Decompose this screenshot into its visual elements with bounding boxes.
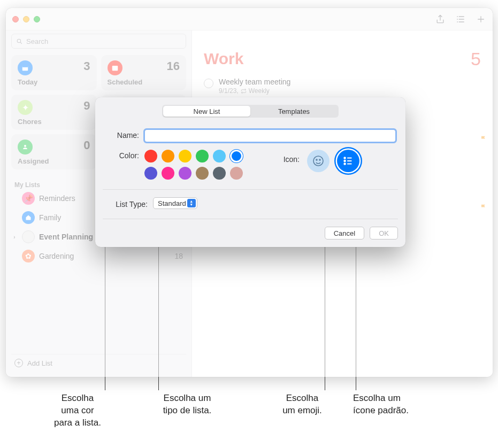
- name-label: Name:: [105, 129, 139, 140]
- tab-new-list[interactable]: New List: [163, 106, 250, 117]
- list-label: Gardening: [39, 252, 74, 260]
- callout-icon: Escolha um ícone padrão.: [353, 392, 460, 417]
- listtype-value: Standard: [158, 199, 186, 207]
- dialog-tabs: New List Templates: [162, 105, 339, 118]
- color-swatch[interactable]: [179, 167, 191, 180]
- house-icon: [22, 211, 35, 224]
- sparkle-icon: ✦: [18, 100, 33, 115]
- ok-button[interactable]: OK: [370, 227, 398, 240]
- svg-point-10: [344, 163, 346, 165]
- svg-point-0: [17, 39, 21, 43]
- list-label: Family: [39, 213, 61, 222]
- scheduled-count: 16: [167, 59, 180, 73]
- titlebar: [6, 8, 493, 30]
- callout-leader: [158, 225, 159, 390]
- color-swatch[interactable]: [230, 150, 243, 163]
- calendar-icon: [18, 60, 33, 75]
- emoji-picker-button[interactable]: [307, 150, 330, 172]
- tab-templates[interactable]: Templates: [250, 106, 338, 117]
- svg-point-4: [24, 145, 26, 147]
- close-window-button[interactable]: [12, 16, 19, 22]
- list-count: 18: [174, 252, 183, 260]
- svg-point-7: [319, 159, 320, 160]
- callout-type: Escolha um tipo de lista.: [134, 392, 241, 417]
- list-title: Work: [204, 50, 481, 68]
- svg-point-5: [313, 156, 323, 166]
- smart-card-chores[interactable]: ✦ 9 Chores: [11, 95, 97, 130]
- search-placeholder: Search: [26, 37, 48, 45]
- default-icon-button[interactable]: [337, 150, 359, 172]
- minimize-window-button[interactable]: [23, 16, 29, 22]
- view-options-icon[interactable]: [455, 14, 466, 25]
- name-input[interactable]: [144, 129, 396, 142]
- list-total-count: 5: [471, 49, 481, 69]
- folder-icon: [22, 230, 35, 243]
- color-swatches: [144, 150, 246, 180]
- svg-point-9: [344, 160, 346, 162]
- reminder-subtitle: 9/1/23, Weekly: [219, 87, 290, 95]
- search-icon: [16, 38, 23, 45]
- smart-card-today[interactable]: 3 Today: [11, 55, 97, 90]
- list-bullet-icon: [342, 155, 354, 167]
- complete-toggle[interactable]: [204, 79, 213, 88]
- add-icon[interactable]: [476, 14, 486, 25]
- color-swatch[interactable]: [196, 167, 209, 180]
- callout-emoji: Escolha um emoji.: [257, 392, 348, 417]
- add-list-button[interactable]: + Add List: [11, 354, 186, 372]
- add-list-label: Add List: [27, 359, 52, 367]
- assigned-label: Assigned: [18, 157, 49, 165]
- color-swatch[interactable]: [230, 167, 243, 180]
- color-swatch[interactable]: [144, 167, 157, 180]
- leaf-icon: ✿: [22, 250, 35, 262]
- smart-card-scheduled[interactable]: 16 Scheduled: [101, 55, 187, 90]
- list-label: Reminders: [39, 194, 75, 203]
- reminder-row[interactable]: Weekly team meeting 9/1/23, Weekly: [204, 78, 481, 95]
- listtype-select[interactable]: Standard ▲▼: [153, 197, 197, 209]
- color-label: Color:: [105, 150, 139, 160]
- chores-count: 9: [83, 99, 90, 113]
- callout-color: Escolha uma cor para a lista.: [32, 392, 123, 429]
- color-swatch[interactable]: [144, 150, 157, 163]
- color-swatch[interactable]: [162, 150, 174, 163]
- assigned-count: 0: [83, 138, 90, 152]
- color-swatch[interactable]: [213, 167, 226, 180]
- svg-rect-3: [112, 66, 118, 71]
- svg-rect-2: [22, 66, 28, 67]
- flag-indicator: [480, 131, 493, 147]
- svg-point-6: [316, 159, 317, 160]
- cancel-button[interactable]: Cancel: [325, 227, 364, 240]
- calendar-icon: [108, 60, 122, 75]
- repeat-icon: [241, 88, 247, 94]
- search-input[interactable]: Search: [11, 34, 186, 49]
- scheduled-label: Scheduled: [108, 78, 143, 86]
- chores-label: Chores: [18, 118, 42, 126]
- reminder-title: Weekly team meeting: [219, 78, 290, 86]
- list-row-gardening[interactable]: ✿ Gardening 18: [11, 246, 186, 266]
- color-swatch[interactable]: [196, 150, 209, 163]
- chevron-right-icon[interactable]: ›: [11, 234, 18, 240]
- window-controls: [12, 16, 40, 22]
- select-arrows-icon: ▲▼: [187, 199, 196, 207]
- new-list-dialog: New List Templates Name: Color: Icon:: [95, 97, 405, 247]
- zoom-window-button[interactable]: [34, 16, 40, 22]
- icon-label: Icon:: [278, 150, 300, 164]
- svg-point-8: [344, 157, 346, 159]
- color-swatch[interactable]: [179, 150, 191, 163]
- plus-icon: +: [14, 359, 23, 367]
- smiley-icon: [312, 155, 325, 167]
- flag-indicator: [480, 199, 493, 215]
- listtype-label: List Type:: [105, 198, 148, 208]
- color-swatch[interactable]: [213, 150, 226, 163]
- today-label: Today: [18, 78, 37, 86]
- list-label: Event Planning: [39, 233, 93, 241]
- pin-icon: 📌: [22, 192, 35, 205]
- smart-card-assigned[interactable]: 0 Assigned: [11, 134, 97, 169]
- person-icon: [18, 140, 33, 155]
- share-icon[interactable]: [435, 14, 446, 25]
- color-swatch[interactable]: [162, 167, 174, 180]
- today-count: 3: [83, 59, 90, 73]
